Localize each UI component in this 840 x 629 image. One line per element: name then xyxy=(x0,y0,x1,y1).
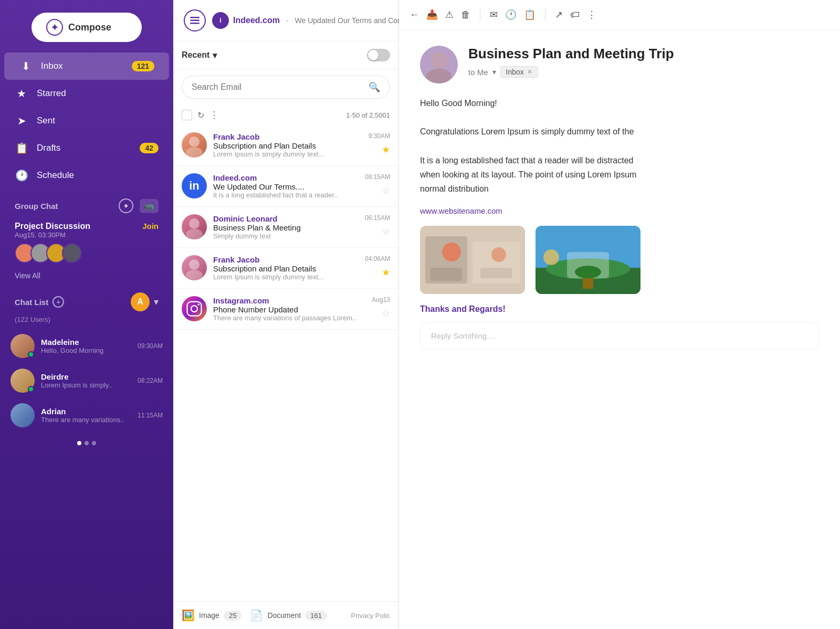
clock-icon[interactable]: 🕐 xyxy=(505,9,517,20)
join-button[interactable]: Join xyxy=(142,222,159,231)
video-call-button[interactable]: 📹 xyxy=(140,199,159,213)
chat-list-dropdown[interactable]: ▾ xyxy=(154,296,159,308)
drafts-label: Drafts xyxy=(37,143,131,153)
more-icon[interactable]: ⋮ xyxy=(587,9,596,20)
email-preview-1: It is a long established fact that a rea… xyxy=(213,191,359,199)
deirdre-info: Deirdre Lorem Ipsum is simply.. xyxy=(41,372,138,389)
star-icon-0[interactable]: ★ xyxy=(382,144,390,155)
refresh-icon[interactable]: ↻ xyxy=(197,110,204,120)
sidebar-item-schedule[interactable]: 🕐 Schedule xyxy=(0,162,173,189)
chat-item-deirdre[interactable]: Deirdre Lorem Ipsum is simply.. 08:22AM xyxy=(0,363,173,398)
toggle-knob xyxy=(368,50,379,60)
sidebar-item-drafts[interactable]: 📋 Drafts 42 xyxy=(0,134,173,162)
image-tab-count: 25 xyxy=(224,611,242,621)
svg-point-19 xyxy=(491,247,506,262)
add-group-button[interactable]: + xyxy=(119,198,133,213)
label-icon[interactable]: 🏷 xyxy=(570,9,580,20)
inbox-tag[interactable]: Inbox ✕ xyxy=(500,66,538,78)
adrian-preview: There are many variations.. xyxy=(41,416,138,424)
forward-icon[interactable]: ↗ xyxy=(555,9,563,20)
email-images xyxy=(420,226,819,294)
deirdre-time: 08:22AM xyxy=(138,377,163,384)
email-item-2[interactable]: Dominic Leonard Business Plan & Meeting … xyxy=(173,207,398,248)
email-time-2: 06:15AM xyxy=(365,214,390,222)
reply-box[interactable]: Reply Somthing.... xyxy=(420,322,819,349)
toolbar-group-1: 📥 ⚠ 🗑 xyxy=(426,9,470,20)
sidebar-item-starred[interactable]: ★ Starred xyxy=(0,80,173,107)
star-icon-4[interactable]: ☆ xyxy=(382,308,390,319)
email-item-0[interactable]: Frank Jacob Subscription and Plan Detail… xyxy=(173,125,398,166)
svg-rect-18 xyxy=(430,268,462,281)
star-icon-1[interactable]: ☆ xyxy=(382,185,390,196)
email-icon[interactable]: ✉ xyxy=(490,9,498,20)
group-chat-name: Project Discussion Join xyxy=(15,222,159,231)
svg-point-6 xyxy=(186,229,203,239)
deirdre-name: Deirdre xyxy=(41,372,138,381)
image-tab[interactable]: 🖼️ Image 25 xyxy=(182,609,242,622)
toggle-switch[interactable] xyxy=(367,49,390,61)
email-item-1[interactable]: in Indeed.com We Updated Our Terms.... I… xyxy=(173,166,398,207)
star-icon-3[interactable]: ★ xyxy=(382,267,390,278)
email-meta-4: Aug13 ☆ xyxy=(372,296,390,319)
chat-item-madeleine[interactable]: Madeleine Hello, Good Morning 09:30AM xyxy=(0,329,173,363)
email-time-0: 9:30AM xyxy=(369,132,390,140)
email-image-office xyxy=(420,226,525,294)
compose-button[interactable]: ✦ Compose xyxy=(32,13,142,42)
group-chat-item[interactable]: Project Discussion Join Aug15, 03:30PM xyxy=(0,217,173,267)
email-sender-3: Frank Jacob xyxy=(213,255,359,264)
recent-dropdown[interactable]: Recent ▾ xyxy=(182,50,217,60)
svg-point-5 xyxy=(189,218,200,229)
task-icon[interactable]: 📋 xyxy=(524,9,536,20)
to-dropdown-icon[interactable]: ▾ xyxy=(492,68,496,76)
privacy-links: Privacy Polic xyxy=(351,612,390,620)
starred-icon: ★ xyxy=(15,87,28,100)
indeed-avatar: in xyxy=(182,173,207,198)
list-controls: ↻ ⋮ 1-50 of 2,5001 xyxy=(173,105,398,125)
report-icon[interactable]: ⚠ xyxy=(445,9,454,20)
back-icon[interactable]: ← xyxy=(410,9,419,20)
sidebar-item-sent[interactable]: ➤ Sent xyxy=(0,107,173,134)
archive-icon[interactable]: 📥 xyxy=(426,9,438,20)
email-meta-2: 06:15AM ☆ xyxy=(365,214,390,237)
more-options-icon[interactable]: ⋮ xyxy=(209,109,219,121)
email-item-3[interactable]: Frank Jacob Subscription and Plan Detail… xyxy=(173,248,398,289)
email-to-line: to Me ▾ Inbox ✕ xyxy=(468,66,819,78)
email-preview-2: Simply dummy text xyxy=(213,232,359,240)
email-time-4: Aug13 xyxy=(372,296,390,303)
reply-placeholder: Reply Somthing.... xyxy=(431,331,496,340)
page-indicator xyxy=(0,433,173,454)
add-chat-button[interactable]: + xyxy=(52,296,64,308)
drafts-icon: 📋 xyxy=(15,142,28,154)
star-icon-2[interactable]: ☆ xyxy=(382,226,390,237)
email-time-1: 08:15AM xyxy=(365,173,390,181)
search-bar: 🔍 xyxy=(182,76,390,99)
svg-rect-0 xyxy=(190,17,200,18)
email-sender-2: Dominic Leonard xyxy=(213,214,359,223)
svg-point-12 xyxy=(430,52,447,69)
document-tab[interactable]: 📄 Document 161 xyxy=(250,609,327,622)
delete-icon[interactable]: 🗑 xyxy=(461,9,470,20)
chat-item-adrian[interactable]: Adrian There are many variations.. 11:15… xyxy=(0,398,173,433)
menu-button[interactable] xyxy=(184,9,206,32)
inbox-tag-close-icon[interactable]: ✕ xyxy=(527,68,532,76)
email-item-4[interactable]: Instagram.com Phone Number Updated There… xyxy=(173,289,398,330)
view-all-button[interactable]: View All xyxy=(0,267,173,284)
search-input[interactable] xyxy=(192,82,363,92)
sidebar-item-inbox[interactable]: ⬇ Inbox 121 xyxy=(4,53,169,80)
online-indicator-deirdre xyxy=(28,386,34,392)
dot-1 xyxy=(77,441,81,445)
email-link[interactable]: www.websitename.com xyxy=(420,206,819,215)
email-sender-4: Instagram.com xyxy=(213,296,365,305)
email-subject-4: Phone Number Updated xyxy=(213,305,365,314)
compose-label: Compose xyxy=(68,22,111,33)
select-all-checkbox[interactable] xyxy=(182,110,192,120)
email-subject-1: We Updated Our Terms.... xyxy=(213,182,359,191)
chat-list-header: Chat List + A ▾ xyxy=(0,284,173,316)
svg-point-24 xyxy=(543,249,559,265)
adrian-avatar xyxy=(10,403,35,427)
email-sender-0: Frank Jacob xyxy=(213,132,362,141)
top-bar: i Indeed.com - We Updated Our Terms and … xyxy=(173,0,398,41)
madeleine-avatar-container xyxy=(10,334,35,358)
dot-2 xyxy=(85,441,89,445)
online-indicator xyxy=(28,351,34,358)
